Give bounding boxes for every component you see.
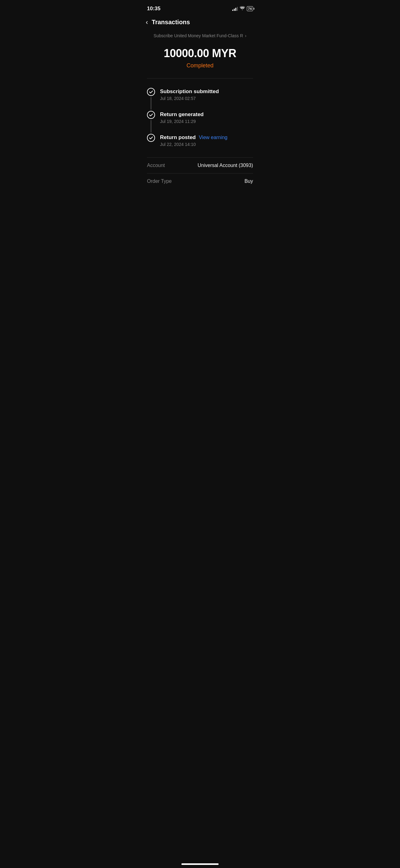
timeline-title-row-2: Return generated — [160, 112, 253, 118]
details-section: Account Universal Account (3093) Order T… — [139, 150, 261, 189]
order-type-value: Buy — [244, 179, 253, 184]
view-earning-link[interactable]: View earning — [199, 135, 227, 140]
timeline-date-1: Jul 18, 2024 02:57 — [160, 96, 253, 101]
battery-icon: 74 — [247, 6, 253, 11]
section-divider — [147, 78, 253, 79]
timeline-line-2 — [151, 120, 151, 132]
nav-header: ‹ Transactions — [139, 16, 261, 31]
timeline-left-2 — [147, 111, 155, 134]
signal-icon — [232, 6, 238, 11]
timeline-left-1 — [147, 88, 155, 111]
timeline-title-2: Return generated — [160, 112, 204, 118]
bottom-spacer — [139, 189, 261, 202]
account-label: Account — [147, 163, 165, 168]
breadcrumb-arrow: › — [245, 33, 246, 38]
order-type-label: Order Type — [147, 179, 172, 184]
detail-row-order-type: Order Type Buy — [147, 173, 253, 189]
breadcrumb-text: Subscribe United Money Market Fund-Class… — [154, 33, 243, 38]
timeline-line-1 — [151, 97, 151, 110]
timeline-circle-2 — [147, 111, 155, 119]
account-value: Universal Account (3093) — [198, 163, 253, 168]
timeline-content-3: Return posted View earning Jul 22, 2024 … — [160, 134, 253, 150]
status-time: 10:35 — [147, 6, 160, 12]
timeline-item-1: Subscription submitted Jul 18, 2024 02:5… — [147, 88, 253, 111]
timeline-title-row-1: Subscription submitted — [160, 89, 253, 95]
back-button[interactable]: ‹ — [146, 19, 148, 26]
timeline-section: Subscription submitted Jul 18, 2024 02:5… — [139, 85, 261, 150]
timeline-title-1: Subscription submitted — [160, 89, 219, 95]
timeline-circle-3 — [147, 134, 155, 142]
timeline-content-1: Subscription submitted Jul 18, 2024 02:5… — [160, 88, 253, 111]
timeline-item-2: Return generated Jul 19, 2024 11:29 — [147, 111, 253, 134]
timeline-circle-1 — [147, 88, 155, 96]
status-icons: 74 — [232, 6, 253, 11]
timeline-title-3: Return posted — [160, 134, 196, 141]
amount-section: 10000.00 MYR Completed — [139, 41, 261, 72]
timeline-content-2: Return generated Jul 19, 2024 11:29 — [160, 111, 253, 134]
amount-status: Completed — [147, 62, 253, 69]
status-bar: 10:35 74 — [139, 0, 261, 16]
timeline-title-row-3: Return posted View earning — [160, 134, 253, 141]
detail-row-account: Account Universal Account (3093) — [147, 157, 253, 173]
timeline-item-3: Return posted View earning Jul 22, 2024 … — [147, 134, 253, 150]
timeline-date-3: Jul 22, 2024 14:10 — [160, 142, 253, 147]
wifi-icon — [240, 6, 245, 11]
fund-breadcrumb[interactable]: Subscribe United Money Market Fund-Class… — [139, 31, 261, 41]
timeline-date-2: Jul 19, 2024 11:29 — [160, 119, 253, 124]
timeline-left-3 — [147, 134, 155, 150]
amount-value: 10000.00 MYR — [147, 47, 253, 60]
page-title: Transactions — [152, 19, 190, 26]
